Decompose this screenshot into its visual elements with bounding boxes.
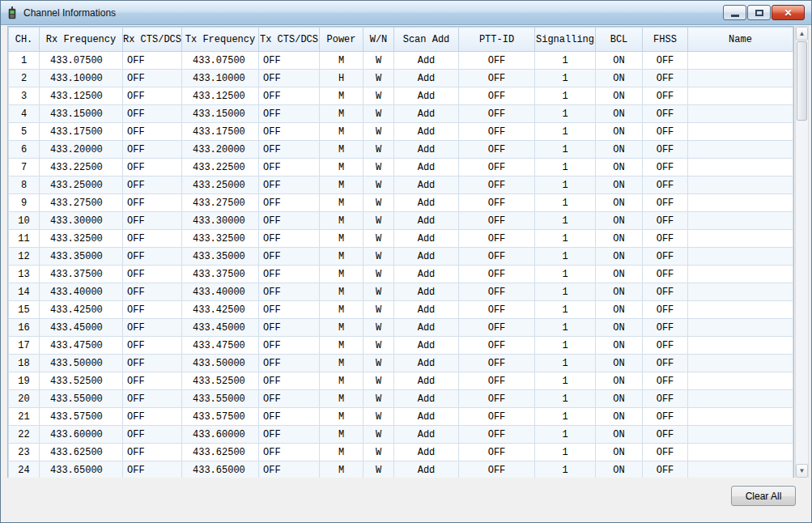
cell-ptt_id[interactable]: OFF xyxy=(459,194,535,212)
cell-ptt_id[interactable]: OFF xyxy=(459,105,535,123)
cell-scan_add[interactable]: Add xyxy=(394,123,459,141)
cell-scan_add[interactable]: Add xyxy=(394,444,459,461)
cell-power[interactable]: M xyxy=(320,230,363,248)
cell-rx_frequency[interactable]: 433.50000 xyxy=(40,355,123,372)
cell-ptt_id[interactable]: OFF xyxy=(459,248,535,266)
cell-bcl[interactable]: ON xyxy=(596,248,643,266)
scrollbar-down-arrow-icon[interactable]: ▼ xyxy=(796,464,808,478)
cell-name[interactable] xyxy=(688,283,793,301)
cell-tx_frequency[interactable]: 433.65000 xyxy=(182,461,259,479)
cell-tx_ctsdcs[interactable]: OFF xyxy=(259,176,320,194)
cell-wn[interactable]: W xyxy=(363,123,394,141)
cell-power[interactable]: M xyxy=(320,105,363,123)
cell-signalling[interactable]: 1 xyxy=(535,444,596,461)
cell-power[interactable]: M xyxy=(320,372,363,390)
cell-fhss[interactable]: OFF xyxy=(643,266,688,283)
cell-bcl[interactable]: ON xyxy=(596,319,643,337)
cell-scan_add[interactable]: Add xyxy=(394,87,459,105)
cell-bcl[interactable]: ON xyxy=(596,52,643,70)
cell-power[interactable]: M xyxy=(320,461,363,479)
cell-tx_ctsdcs[interactable]: OFF xyxy=(259,52,320,70)
cell-ch[interactable]: 16 xyxy=(9,319,40,337)
cell-bcl[interactable]: ON xyxy=(596,461,643,479)
cell-fhss[interactable]: OFF xyxy=(643,248,688,266)
cell-wn[interactable]: W xyxy=(363,141,394,159)
cell-name[interactable] xyxy=(688,355,793,372)
cell-name[interactable] xyxy=(688,390,793,408)
cell-rx_ctsdcs[interactable]: OFF xyxy=(123,355,182,372)
cell-rx_frequency[interactable]: 433.32500 xyxy=(40,230,123,248)
cell-tx_ctsdcs[interactable]: OFF xyxy=(259,337,320,355)
cell-tx_ctsdcs[interactable]: OFF xyxy=(259,105,320,123)
cell-power[interactable]: M xyxy=(320,283,363,301)
cell-signalling[interactable]: 1 xyxy=(535,230,596,248)
cell-ptt_id[interactable]: OFF xyxy=(459,176,535,194)
cell-scan_add[interactable]: Add xyxy=(394,461,459,479)
cell-bcl[interactable]: ON xyxy=(596,337,643,355)
cell-ch[interactable]: 1 xyxy=(9,52,40,70)
cell-scan_add[interactable]: Add xyxy=(394,390,459,408)
cell-fhss[interactable]: OFF xyxy=(643,176,688,194)
cell-bcl[interactable]: ON xyxy=(596,408,643,426)
cell-tx_ctsdcs[interactable]: OFF xyxy=(259,230,320,248)
cell-ptt_id[interactable]: OFF xyxy=(459,266,535,283)
cell-tx_ctsdcs[interactable]: OFF xyxy=(259,301,320,319)
cell-tx_ctsdcs[interactable]: OFF xyxy=(259,372,320,390)
cell-power[interactable]: M xyxy=(320,248,363,266)
cell-ptt_id[interactable]: OFF xyxy=(459,230,535,248)
cell-signalling[interactable]: 1 xyxy=(535,248,596,266)
cell-ptt_id[interactable]: OFF xyxy=(459,301,535,319)
cell-bcl[interactable]: ON xyxy=(596,426,643,444)
cell-ch[interactable]: 7 xyxy=(9,159,40,176)
cell-scan_add[interactable]: Add xyxy=(394,248,459,266)
cell-rx_ctsdcs[interactable]: OFF xyxy=(123,283,182,301)
cell-rx_ctsdcs[interactable]: OFF xyxy=(123,337,182,355)
cell-signalling[interactable]: 1 xyxy=(535,390,596,408)
cell-power[interactable]: M xyxy=(320,212,363,230)
cell-tx_ctsdcs[interactable]: OFF xyxy=(259,319,320,337)
cell-power[interactable]: M xyxy=(320,87,363,105)
cell-name[interactable] xyxy=(688,426,793,444)
cell-wn[interactable]: W xyxy=(363,444,394,461)
cell-rx_frequency[interactable]: 433.45000 xyxy=(40,319,123,337)
cell-signalling[interactable]: 1 xyxy=(535,426,596,444)
cell-ch[interactable]: 15 xyxy=(9,301,40,319)
cell-ch[interactable]: 10 xyxy=(9,212,40,230)
cell-scan_add[interactable]: Add xyxy=(394,408,459,426)
cell-ptt_id[interactable]: OFF xyxy=(459,337,535,355)
cell-rx_frequency[interactable]: 433.57500 xyxy=(40,408,123,426)
cell-power[interactable]: H xyxy=(320,70,363,87)
cell-name[interactable] xyxy=(688,372,793,390)
cell-tx_frequency[interactable]: 433.45000 xyxy=(182,319,259,337)
cell-tx_ctsdcs[interactable]: OFF xyxy=(259,444,320,461)
cell-name[interactable] xyxy=(688,123,793,141)
cell-tx_frequency[interactable]: 433.40000 xyxy=(182,283,259,301)
cell-ch[interactable]: 12 xyxy=(9,248,40,266)
cell-ch[interactable]: 22 xyxy=(9,426,40,444)
cell-ch[interactable]: 5 xyxy=(9,123,40,141)
cell-ptt_id[interactable]: OFF xyxy=(459,444,535,461)
cell-wn[interactable]: W xyxy=(363,70,394,87)
cell-name[interactable] xyxy=(688,266,793,283)
cell-fhss[interactable]: OFF xyxy=(643,105,688,123)
cell-tx_ctsdcs[interactable]: OFF xyxy=(259,248,320,266)
cell-wn[interactable]: W xyxy=(363,390,394,408)
cell-tx_frequency[interactable]: 433.30000 xyxy=(182,212,259,230)
cell-name[interactable] xyxy=(688,230,793,248)
cell-fhss[interactable]: OFF xyxy=(643,141,688,159)
cell-scan_add[interactable]: Add xyxy=(394,426,459,444)
cell-wn[interactable]: W xyxy=(363,248,394,266)
cell-bcl[interactable]: ON xyxy=(596,159,643,176)
cell-ptt_id[interactable]: OFF xyxy=(459,70,535,87)
cell-rx_frequency[interactable]: 433.60000 xyxy=(40,426,123,444)
cell-name[interactable] xyxy=(688,52,793,70)
cell-power[interactable]: M xyxy=(320,390,363,408)
cell-bcl[interactable]: ON xyxy=(596,283,643,301)
cell-tx_ctsdcs[interactable]: OFF xyxy=(259,390,320,408)
cell-name[interactable] xyxy=(688,248,793,266)
cell-rx_ctsdcs[interactable]: OFF xyxy=(123,390,182,408)
cell-tx_ctsdcs[interactable]: OFF xyxy=(259,123,320,141)
cell-fhss[interactable]: OFF xyxy=(643,408,688,426)
cell-tx_frequency[interactable]: 433.42500 xyxy=(182,301,259,319)
cell-signalling[interactable]: 1 xyxy=(535,70,596,87)
